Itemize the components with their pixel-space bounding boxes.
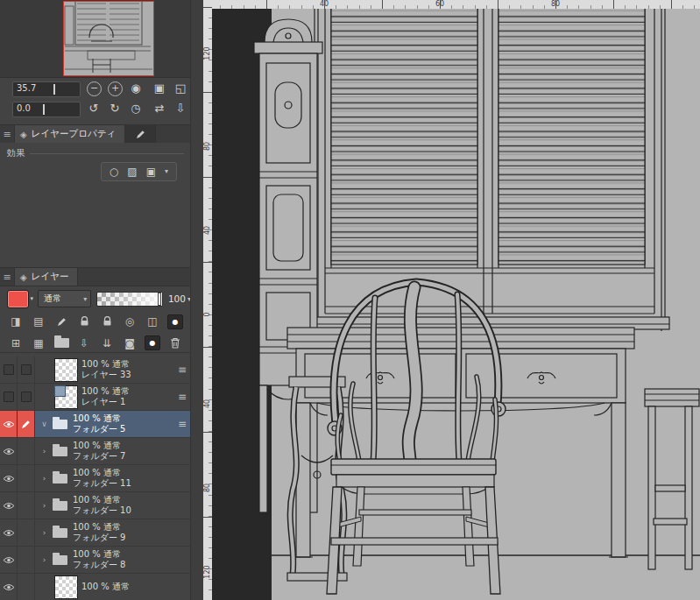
layer-row[interactable]: 100 % 通常 (0, 574, 191, 600)
layer-thumbnail[interactable] (54, 358, 78, 382)
tab-tool-property[interactable] (125, 125, 156, 143)
merge-down-icon[interactable]: ⇊ (99, 335, 115, 350)
canvas-ruler-left[interactable]: 120 80 40 0 40 80 120 (203, 0, 212, 600)
reset-display-button[interactable]: ⇩ (173, 102, 187, 116)
layer-row[interactable]: › 100 % 通常フォルダー 8 (0, 547, 191, 574)
flip-horizontal-button[interactable]: ⇄ (152, 102, 166, 116)
visibility-cell[interactable] (0, 547, 18, 573)
edit-state-cell[interactable] (18, 465, 35, 491)
layer-color-swatch[interactable] (7, 290, 29, 308)
draft-layer-icon[interactable] (53, 314, 69, 329)
edit-state-cell[interactable] (18, 574, 35, 600)
layer-row-selected[interactable]: ∨ 100 % 通常フォルダー 5 ≡ (0, 411, 191, 438)
reset-rotation-button[interactable]: ◷ (129, 102, 143, 116)
panel-menu-icon[interactable]: ≡ (0, 129, 14, 140)
subview-icon[interactable]: ▣ (152, 81, 166, 95)
rotation-slider[interactable]: 0.0 (12, 102, 81, 117)
layer-color-caret-icon[interactable]: ▾ (30, 295, 33, 302)
visibility-cell[interactable] (0, 465, 18, 491)
edit-state-cell[interactable] (18, 411, 35, 437)
opacity-slider[interactable] (96, 292, 163, 307)
edit-checkbox[interactable] (21, 392, 32, 402)
layer-menu-icon[interactable]: ≡ (178, 418, 187, 430)
expand-arrow-icon[interactable]: ∨ (39, 420, 49, 428)
visibility-checkbox[interactable] (4, 364, 14, 375)
layer-row[interactable]: › 100 % 通常フォルダー 9 (0, 519, 191, 547)
canvas-area[interactable]: 40 60 80 120 80 40 0 40 80 120 (203, 0, 700, 600)
eye-icon[interactable] (3, 529, 15, 537)
canvas-ruler-top[interactable]: 40 60 80 (203, 0, 700, 9)
expand-arrow-icon[interactable]: › (39, 555, 49, 564)
expand-arrow-icon[interactable]: › (39, 474, 49, 483)
new-raster-layer-icon[interactable]: ⊞ (8, 335, 24, 350)
edit-state-cell[interactable] (18, 384, 35, 410)
rotation-slider-handle[interactable] (43, 104, 45, 115)
zoom-out-button[interactable]: − (87, 81, 102, 96)
zoom-in-button[interactable]: + (108, 81, 123, 96)
ruler-layer-icon[interactable]: ◫ (145, 314, 160, 329)
effect-caret-icon[interactable]: ▾ (165, 166, 168, 178)
create-mask-icon[interactable]: ◙ (122, 335, 138, 350)
new-folder-icon[interactable] (53, 335, 69, 350)
clip-to-layer-icon[interactable]: ◨ (8, 314, 24, 329)
layer-color-effect-icon[interactable]: ▣ (146, 166, 156, 178)
edit-state-cell[interactable] (18, 356, 35, 383)
eye-icon[interactable] (3, 502, 15, 510)
layer-row[interactable]: › 100 % 通常フォルダー 7 (0, 438, 191, 465)
visibility-cell[interactable] (0, 492, 18, 519)
transfer-down-icon[interactable]: ⇩ (76, 335, 92, 350)
lock-layer-icon[interactable] (76, 314, 92, 329)
layer-color-control[interactable]: ▾ (7, 291, 33, 307)
blend-mode-dropdown[interactable]: 通常 ▾ (38, 290, 91, 307)
rotate-ccw-button[interactable]: ↺ (87, 102, 101, 116)
pencil-icon[interactable] (21, 420, 31, 429)
fit-to-screen-button[interactable]: ◱ (173, 81, 187, 95)
tab-layer-property[interactable]: ◈ レイヤープロパティ (14, 125, 125, 143)
new-vector-layer-icon[interactable]: ▦ (31, 335, 46, 350)
zoom-slider[interactable]: 35.7 (12, 81, 81, 97)
canvas-artwork[interactable] (203, 0, 700, 600)
enable-mask-icon[interactable]: ◎ (122, 314, 138, 329)
lock-transparent-pixels-icon[interactable] (99, 314, 115, 329)
expand-arrow-icon[interactable]: › (39, 501, 49, 510)
navigator-preview[interactable] (63, 1, 154, 76)
visibility-cell[interactable] (0, 519, 18, 546)
edit-state-cell[interactable] (18, 492, 35, 519)
eye-icon[interactable] (3, 448, 15, 455)
layer-menu-icon[interactable]: ≡ (178, 391, 187, 403)
tone-effect-icon[interactable]: ▨ (127, 166, 137, 178)
eye-icon[interactable] (3, 475, 15, 483)
delete-layer-icon[interactable] (167, 335, 183, 350)
edit-checkbox[interactable] (21, 364, 32, 375)
border-effect-icon[interactable]: ○ (110, 166, 118, 178)
eye-icon[interactable] (3, 420, 15, 428)
opacity-slider-handle[interactable] (159, 293, 160, 305)
apply-mask-icon[interactable]: ● (145, 335, 160, 350)
visibility-cell[interactable] (0, 574, 18, 600)
zoom-slider-handle[interactable] (53, 84, 55, 95)
rotate-cw-button[interactable]: ↻ (108, 102, 122, 116)
visibility-cell[interactable] (0, 438, 18, 464)
eye-icon[interactable] (3, 556, 15, 564)
tab-layer[interactable]: ◈ レイヤー (14, 268, 78, 286)
layer-thumbnail[interactable] (54, 385, 78, 409)
layer-thumbnail[interactable] (54, 575, 78, 599)
edit-state-cell[interactable] (18, 547, 35, 573)
eye-icon[interactable] (3, 583, 15, 591)
visibility-cell[interactable] (0, 384, 18, 410)
layer-row[interactable]: 100 % 通常レイヤー 1 ≡ (0, 384, 191, 411)
edit-state-cell[interactable] (18, 519, 35, 546)
layer-row[interactable]: 100 % 通常レイヤー 33 ≡ (0, 356, 191, 384)
layer-row[interactable]: › 100 % 通常フォルダー 11 (0, 465, 191, 492)
visibility-cell[interactable] (0, 356, 18, 383)
opacity-control[interactable]: 100 ▾ (168, 293, 191, 304)
actual-size-button[interactable]: ◉ (129, 81, 143, 95)
edit-state-cell[interactable] (18, 438, 35, 464)
layer-color-toggle-icon[interactable]: ● (167, 314, 183, 329)
expand-arrow-icon[interactable]: › (39, 528, 49, 537)
layer-menu-icon[interactable]: ≡ (178, 364, 187, 376)
panel-menu-icon[interactable]: ≡ (0, 272, 14, 283)
expand-arrow-icon[interactable]: › (39, 447, 49, 455)
visibility-cell[interactable] (0, 411, 18, 437)
visibility-checkbox[interactable] (4, 392, 14, 402)
